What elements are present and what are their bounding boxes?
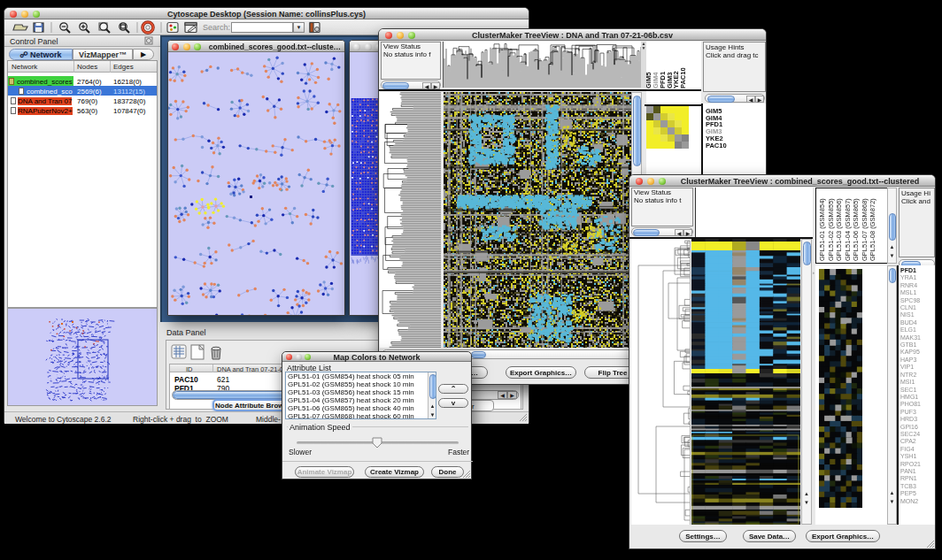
svg-text:Search:: Search: xyxy=(203,23,230,32)
